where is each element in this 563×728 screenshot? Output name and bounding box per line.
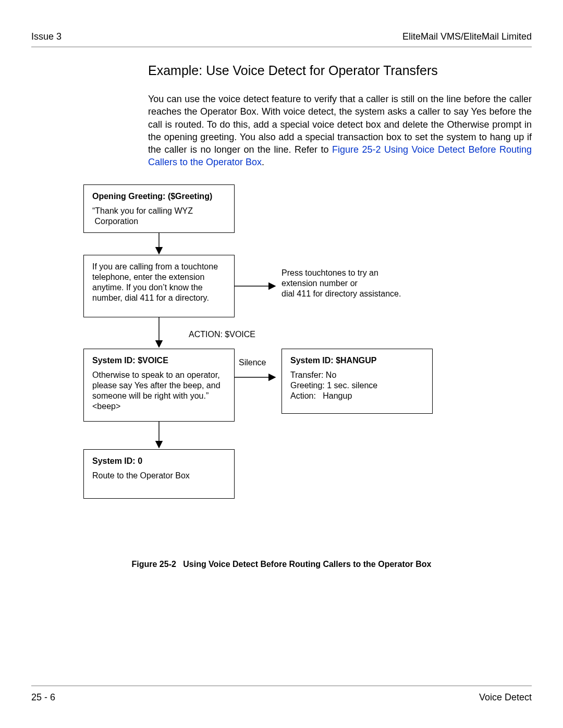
page-header: Issue 3 EliteMail VMS/EliteMail Limited [31,31,532,42]
box-hangup-line1: Transfer: No [290,370,424,380]
box-opening-greeting: Opening Greeting: ($Greeting) “Thank you… [83,184,235,233]
header-rule [31,46,532,47]
header-right: EliteMail VMS/EliteMail Limited [402,31,532,42]
box-hangup-title: System ID: $HANGUP [290,355,424,366]
box-opening-greeting-text: “Thank you for calling WYZ Corporation [92,206,226,227]
action-voice-label: ACTION: $VOICE [189,329,255,340]
box-touchtone-prompt-text: If you are calling from a touchtone tele… [92,262,226,303]
touchtone-side-note: Press touchtones to try an extension num… [282,268,401,299]
box-hangup-line2: Greeting: 1 sec. silence [290,380,424,391]
silence-label: Silence [239,357,266,368]
box-operator-route-title: System ID: 0 [92,456,226,466]
box-operator-route: System ID: 0 Route to the Operator Box [83,449,235,499]
box-voice-detect-text: Otherwise to speak to an operator, pleas… [92,370,226,412]
page-footer: 25 - 6 Voice Detect [31,692,532,703]
page: Issue 3 EliteMail VMS/EliteMail Limited … [0,0,563,728]
flowchart-diagram: Opening Greeting: ($Greeting) “Thank you… [31,184,532,539]
box-opening-greeting-title: Opening Greeting: ($Greeting) [92,191,226,202]
box-touchtone-prompt: If you are calling from a touchtone tele… [83,255,235,317]
box-hangup-line3: Action: Hangup [290,391,424,401]
box-hangup: System ID: $HANGUP Transfer: No Greeting… [282,349,433,414]
footer-rule-wrap [31,685,532,686]
figure-caption: Figure 25-2 Using Voice Detect Before Ro… [31,560,532,569]
footer-rule [31,685,532,686]
box-voice-detect-title: System ID: $VOICE [92,355,226,366]
box-operator-route-text: Route to the Operator Box [92,471,226,481]
box-voice-detect: System ID: $VOICE Otherwise to speak to … [83,349,235,422]
header-left: Issue 3 [31,31,62,42]
footer-right: Voice Detect [479,692,532,703]
content-block: Example: Use Voice Detect for Operator T… [148,63,532,169]
section-title: Example: Use Voice Detect for Operator T… [148,63,532,78]
body-paragraph: You can use the voice detect feature to … [148,93,532,169]
body-text-b: . [262,157,264,167]
footer-left: 25 - 6 [31,692,55,703]
